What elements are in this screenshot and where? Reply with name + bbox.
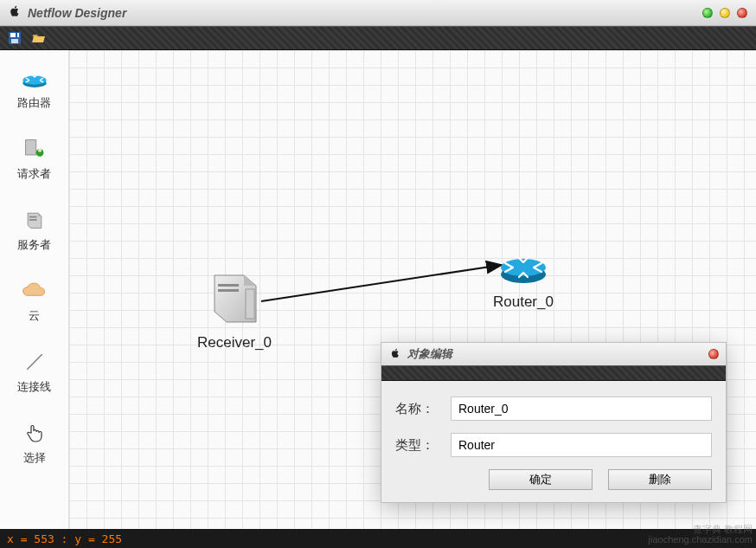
svg-line-12: [261, 265, 502, 301]
cloud-icon: [20, 279, 49, 303]
window-maximize-icon[interactable]: [720, 8, 730, 18]
dialog-title: 对象编辑: [407, 346, 452, 362]
watermark: 查字典 教程网 jiaocheng.chazidian.com: [649, 524, 753, 545]
toolbar: [0, 26, 756, 50]
palette-label: 路由器: [17, 95, 51, 111]
svg-rect-2: [11, 39, 18, 43]
app-title: Netflow Designer: [28, 6, 126, 20]
palette-item-requester[interactable]: 请求者: [17, 137, 51, 182]
window-minimize-icon[interactable]: [702, 8, 713, 18]
dialog-ok-button[interactable]: 确定: [489, 469, 593, 490]
palette-label: 连接线: [17, 379, 51, 395]
node-label: Receiver_0: [197, 334, 272, 351]
dialog-type-label: 类型：: [395, 437, 440, 454]
hand-cursor-icon: [20, 421, 49, 445]
window-close-icon[interactable]: [737, 8, 747, 18]
node-label: Router_0: [493, 293, 554, 311]
object-edit-dialog: 对象编辑 名称： 类型： 确定 删除: [381, 342, 727, 503]
save-icon[interactable]: [7, 30, 22, 46]
dialog-name-input[interactable]: [451, 396, 712, 421]
server-icon: [20, 208, 49, 232]
canvas-node-receiver[interactable]: Receiver_0: [197, 267, 272, 351]
palette-label: 选择: [23, 450, 46, 466]
dialog-type-input[interactable]: [451, 433, 712, 457]
open-folder-icon[interactable]: [31, 30, 47, 46]
cursor-coordinates: x = 553 : y = 255: [7, 532, 122, 545]
server-tower-icon: [204, 267, 265, 327]
svg-line-11: [27, 354, 42, 369]
palette-item-link[interactable]: 连接线: [17, 350, 51, 395]
tool-palette: 路由器 请求者 服务者 云 连接线: [0, 50, 69, 529]
requester-icon: [20, 137, 49, 161]
title-bar: Netflow Designer: [0, 0, 756, 26]
palette-label: 服务者: [17, 237, 51, 253]
svg-rect-9: [29, 216, 36, 218]
palette-item-server[interactable]: 服务者: [17, 208, 51, 253]
svg-rect-10: [29, 219, 36, 221]
palette-item-cloud[interactable]: 云: [20, 279, 49, 324]
window-controls: [702, 8, 747, 18]
svg-rect-15: [246, 289, 254, 319]
router-icon: [20, 66, 49, 90]
palette-item-router[interactable]: 路由器: [17, 66, 51, 111]
dialog-name-label: 名称：: [395, 401, 440, 417]
status-bar: x = 553 : y = 255: [0, 529, 756, 548]
svg-rect-6: [25, 140, 35, 155]
svg-rect-13: [218, 284, 239, 287]
svg-rect-1: [10, 33, 19, 37]
svg-point-8: [37, 149, 41, 152]
link-line-icon: [20, 350, 49, 374]
apple-logo-icon: [390, 348, 400, 361]
palette-label: 请求者: [17, 166, 51, 182]
apple-logo-icon: [9, 5, 21, 20]
svg-rect-3: [16, 33, 17, 37]
canvas-node-router[interactable]: Router_0: [493, 245, 554, 311]
dialog-close-icon[interactable]: [708, 349, 719, 359]
palette-label: 云: [29, 308, 40, 324]
dialog-delete-button[interactable]: 删除: [608, 469, 712, 490]
dialog-band: [381, 365, 726, 381]
router-disk-icon: [497, 245, 549, 287]
palette-item-select[interactable]: 选择: [20, 421, 49, 466]
dialog-title-bar[interactable]: 对象编辑: [381, 343, 726, 365]
svg-rect-14: [218, 289, 239, 292]
